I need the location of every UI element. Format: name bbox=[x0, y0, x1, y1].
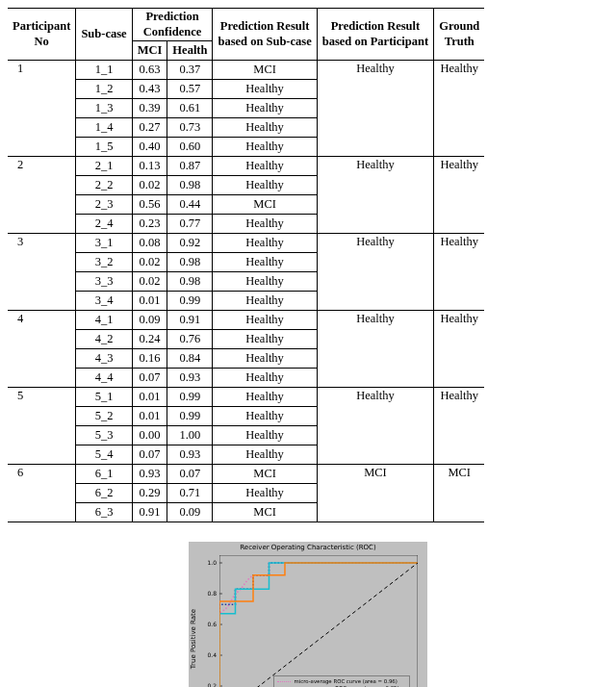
cell-subcase: 4_2 bbox=[76, 330, 132, 349]
cell-result-subcase: Healthy bbox=[213, 99, 317, 118]
cell-mci: 0.01 bbox=[132, 292, 167, 311]
cell-subcase: 2_1 bbox=[76, 157, 132, 176]
table-row: 55_10.010.99HealthyHealthyHealthy bbox=[8, 388, 484, 407]
cell-ground-truth: MCI bbox=[434, 465, 485, 522]
cell-mci: 0.02 bbox=[132, 272, 167, 292]
cell-result-subcase: Healthy bbox=[213, 330, 317, 349]
cell-result-subcase: Healthy bbox=[213, 80, 317, 99]
cell-mci: 0.00 bbox=[132, 426, 167, 445]
cell-health: 0.93 bbox=[167, 369, 213, 388]
cell-subcase: 3_2 bbox=[76, 253, 132, 272]
cell-subcase: 1_3 bbox=[76, 99, 132, 118]
cell-mci: 0.02 bbox=[132, 176, 167, 195]
cell-subcase: 4_3 bbox=[76, 349, 132, 369]
cell-subcase: 4_4 bbox=[76, 369, 132, 388]
ytick-label: 0.6 bbox=[193, 621, 217, 627]
cell-participant: 3 bbox=[8, 234, 76, 311]
cell-mci: 0.56 bbox=[132, 195, 167, 215]
cell-ground-truth: Healthy bbox=[434, 61, 485, 157]
table-row: 11_10.630.37MCIHealthyHealthy bbox=[8, 61, 484, 80]
cell-health: 0.98 bbox=[167, 176, 213, 195]
cell-health: 0.91 bbox=[167, 311, 213, 330]
cell-result-participant: Healthy bbox=[317, 311, 433, 388]
cell-subcase: 6_1 bbox=[76, 465, 132, 484]
cell-participant: 2 bbox=[8, 157, 76, 234]
cell-health: 0.07 bbox=[167, 465, 213, 484]
ytick-label: 0.2 bbox=[193, 682, 217, 687]
cell-mci: 0.91 bbox=[132, 503, 167, 522]
cell-subcase: 1_5 bbox=[76, 138, 132, 157]
cell-result-subcase: Healthy bbox=[213, 234, 317, 253]
cell-health: 0.57 bbox=[167, 80, 213, 99]
cell-mci: 0.43 bbox=[132, 80, 167, 99]
cell-subcase: 5_4 bbox=[76, 445, 132, 465]
col-mci: MCI bbox=[132, 41, 167, 61]
cell-subcase: 6_2 bbox=[76, 484, 132, 503]
cell-subcase: 3_3 bbox=[76, 272, 132, 292]
cell-mci: 0.27 bbox=[132, 118, 167, 138]
cell-mci: 0.29 bbox=[132, 484, 167, 503]
cell-result-subcase: Healthy bbox=[213, 349, 317, 369]
cell-subcase: 3_1 bbox=[76, 234, 132, 253]
cell-health: 0.77 bbox=[167, 215, 213, 234]
cell-health: 0.99 bbox=[167, 292, 213, 311]
cell-result-subcase: Healthy bbox=[213, 407, 317, 426]
cell-result-subcase: MCI bbox=[213, 195, 317, 215]
cell-mci: 0.23 bbox=[132, 215, 167, 234]
cell-mci: 0.40 bbox=[132, 138, 167, 157]
cell-result-subcase: Healthy bbox=[213, 388, 317, 407]
chart-title: Receiver Operating Characteristic (ROC) bbox=[189, 544, 427, 551]
cell-mci: 0.01 bbox=[132, 388, 167, 407]
cell-health: 0.92 bbox=[167, 234, 213, 253]
cell-result-subcase: Healthy bbox=[213, 157, 317, 176]
col-ground-truth: GroundTruth bbox=[434, 9, 485, 61]
cell-ground-truth: Healthy bbox=[434, 388, 485, 465]
cell-subcase: 5_2 bbox=[76, 407, 132, 426]
cell-subcase: 1_2 bbox=[76, 80, 132, 99]
cell-ground-truth: Healthy bbox=[434, 311, 485, 388]
cell-health: 0.37 bbox=[167, 61, 213, 80]
legend-label: micro-average ROC curve (area = 0.96) bbox=[294, 678, 397, 685]
cell-mci: 0.07 bbox=[132, 445, 167, 465]
cell-health: 0.09 bbox=[167, 503, 213, 522]
cell-mci: 0.09 bbox=[132, 311, 167, 330]
cell-result-subcase: MCI bbox=[213, 503, 317, 522]
ytick-label: 0.4 bbox=[193, 651, 217, 658]
chart-legend: micro-average ROC curve (area = 0.96)mac… bbox=[273, 675, 410, 687]
cell-health: 0.61 bbox=[167, 99, 213, 118]
cell-health: 0.87 bbox=[167, 157, 213, 176]
col-subcase: Sub-case bbox=[76, 9, 132, 61]
cell-ground-truth: Healthy bbox=[434, 157, 485, 234]
cell-health: 1.00 bbox=[167, 426, 213, 445]
cell-participant: 1 bbox=[8, 61, 76, 157]
table-row: 44_10.090.91HealthyHealthyHealthy bbox=[8, 311, 484, 330]
cell-result-participant: Healthy bbox=[317, 234, 433, 311]
cell-subcase: 5_1 bbox=[76, 388, 132, 407]
cell-health: 0.76 bbox=[167, 330, 213, 349]
cell-result-subcase: Healthy bbox=[213, 445, 317, 465]
cell-mci: 0.08 bbox=[132, 234, 167, 253]
col-confidence: PredictionConfidence bbox=[132, 9, 213, 41]
cell-result-subcase: Healthy bbox=[213, 311, 317, 330]
cell-health: 0.93 bbox=[167, 445, 213, 465]
cell-participant: 4 bbox=[8, 311, 76, 388]
cell-result-participant: Healthy bbox=[317, 157, 433, 234]
cell-subcase: 2_4 bbox=[76, 215, 132, 234]
cell-mci: 0.16 bbox=[132, 349, 167, 369]
cell-health: 0.98 bbox=[167, 272, 213, 292]
cell-health: 0.71 bbox=[167, 484, 213, 503]
cell-result-participant: MCI bbox=[317, 465, 433, 522]
chart-plot-area: micro-average ROC curve (area = 0.96)mac… bbox=[219, 555, 418, 687]
cell-result-subcase: Healthy bbox=[213, 484, 317, 503]
cell-mci: 0.63 bbox=[132, 61, 167, 80]
cell-result-subcase: Healthy bbox=[213, 118, 317, 138]
cell-mci: 0.07 bbox=[132, 369, 167, 388]
col-health: Health bbox=[167, 41, 213, 61]
cell-health: 0.99 bbox=[167, 407, 213, 426]
cell-subcase: 1_1 bbox=[76, 61, 132, 80]
cell-mci: 0.24 bbox=[132, 330, 167, 349]
prediction-table: ParticipantNoSub-casePredictionConfidenc… bbox=[8, 8, 484, 522]
cell-subcase: 5_3 bbox=[76, 426, 132, 445]
roc-chart: Receiver Operating Characteristic (ROC) … bbox=[8, 542, 608, 687]
cell-mci: 0.02 bbox=[132, 253, 167, 272]
